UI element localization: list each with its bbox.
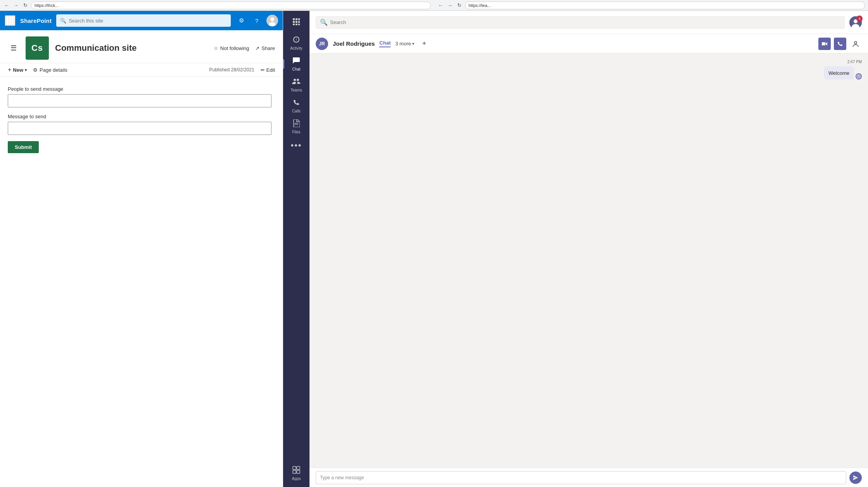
sp-help-icon[interactable]: ? bbox=[251, 15, 263, 26]
main-container: SharePoint 🔍 ⚙ ? ☰ Cs bbox=[0, 11, 868, 487]
back-btn-left[interactable]: ← bbox=[3, 2, 10, 9]
audio-call-button[interactable] bbox=[834, 38, 846, 50]
pencil-icon: ✏ bbox=[261, 67, 265, 73]
message-status bbox=[856, 73, 862, 79]
sidebar-item-chat[interactable]: Chat bbox=[283, 54, 310, 74]
teams-header-actions bbox=[818, 38, 862, 50]
address-bar-left[interactable]: https://thck... bbox=[31, 2, 431, 9]
sp-search-input[interactable] bbox=[69, 18, 227, 24]
apps-label: Apps bbox=[292, 477, 301, 481]
sp-site-actions: ☆ Not following ↗ Share bbox=[214, 45, 275, 51]
sp-logo-text: SharePoint bbox=[20, 17, 52, 24]
sp-message-input[interactable] bbox=[8, 122, 271, 135]
sp-people-label: People to send message bbox=[8, 86, 271, 92]
svg-rect-3 bbox=[7, 20, 9, 22]
sp-topbar: SharePoint 🔍 ⚙ ? bbox=[0, 11, 283, 30]
teams-main: 🔍 4 bbox=[310, 11, 868, 487]
sp-page-details-button[interactable]: ⚙ Page details bbox=[33, 67, 67, 73]
sidebar-item-more[interactable]: ••• bbox=[283, 137, 310, 154]
message-text: Welcome bbox=[828, 70, 849, 76]
gear-icon: ⚙ bbox=[33, 67, 38, 73]
chat-label: Chat bbox=[292, 67, 300, 71]
add-tab-button[interactable]: + bbox=[419, 38, 430, 49]
sp-waffle-icon[interactable] bbox=[5, 15, 16, 26]
more-icon: ••• bbox=[290, 140, 302, 150]
forward-btn-left[interactable]: → bbox=[12, 2, 19, 9]
sp-hamburger-icon[interactable]: ☰ bbox=[8, 42, 19, 54]
svg-rect-7 bbox=[9, 22, 11, 24]
teams-topbar: 🔍 4 bbox=[310, 11, 868, 34]
address-bar-right[interactable]: https://tea... bbox=[465, 2, 865, 9]
svg-rect-18 bbox=[293, 24, 295, 25]
message-group: 2:47 PM Welcome bbox=[824, 60, 862, 79]
sp-people-input[interactable] bbox=[8, 94, 271, 107]
sp-toolbar: + New ▾ ⚙ Page details Published 28/02/2… bbox=[0, 63, 283, 77]
chevron-down-icon: ▾ bbox=[25, 68, 27, 72]
sp-message-label: Message to send bbox=[8, 114, 271, 119]
notification-badge: 4 bbox=[856, 16, 863, 22]
sp-form-section: People to send message Message to send S… bbox=[8, 86, 271, 153]
chevron-down-icon: ▾ bbox=[412, 41, 414, 46]
sp-site-name: Communication site bbox=[55, 43, 137, 53]
svg-point-32 bbox=[854, 41, 857, 44]
sp-site-logo: Cs bbox=[26, 36, 49, 60]
sp-search-bar: 🔍 bbox=[56, 14, 231, 27]
people-icon-button[interactable] bbox=[849, 38, 862, 50]
svg-rect-8 bbox=[12, 22, 14, 24]
sidebar-item-teams[interactable]: Teams bbox=[283, 74, 310, 95]
svg-rect-12 bbox=[293, 18, 295, 20]
teams-icon bbox=[292, 78, 301, 87]
svg-rect-20 bbox=[298, 24, 300, 25]
url-right: https://tea... bbox=[469, 3, 491, 8]
svg-rect-28 bbox=[297, 470, 300, 473]
sidebar-item-apps[interactable]: Apps bbox=[283, 463, 310, 484]
teams-topbar-right: 4 bbox=[849, 16, 862, 29]
svg-point-21 bbox=[294, 79, 296, 81]
url-left: https://thck... bbox=[35, 3, 59, 8]
calls-label: Calls bbox=[292, 109, 301, 113]
reload-btn-left[interactable]: ↻ bbox=[22, 2, 29, 9]
video-call-button[interactable] bbox=[818, 38, 831, 50]
sp-new-button[interactable]: + New ▾ bbox=[8, 66, 27, 73]
svg-rect-15 bbox=[293, 21, 295, 23]
sidebar-item-activity[interactable]: Activity bbox=[283, 33, 310, 54]
teams-search-input[interactable] bbox=[330, 19, 840, 25]
sp-share-button[interactable]: ↗ Share bbox=[255, 45, 275, 51]
svg-rect-1 bbox=[9, 17, 11, 19]
teams-compose-area[interactable]: Type a new message bbox=[316, 471, 846, 484]
svg-rect-5 bbox=[12, 20, 14, 22]
more-tabs-button[interactable]: 3 more ▾ bbox=[395, 41, 414, 47]
activity-label: Activity bbox=[290, 46, 303, 50]
svg-point-22 bbox=[297, 79, 299, 81]
sp-edit-button[interactable]: ✏ Edit bbox=[261, 67, 275, 73]
message-time: 2:47 PM bbox=[847, 60, 862, 64]
svg-point-10 bbox=[270, 17, 274, 21]
sidebar-item-calls[interactable]: Calls bbox=[283, 95, 310, 116]
sp-follow-button[interactable]: ☆ Not following bbox=[214, 45, 249, 51]
browser-chrome: ← → ↻ https://thck... ← → ↻ https://tea.… bbox=[0, 0, 868, 11]
teams-waffle-icon[interactable] bbox=[289, 14, 304, 29]
teams-messages: 2:47 PM Welcome bbox=[310, 54, 868, 468]
sharepoint-panel: SharePoint 🔍 ⚙ ? ☰ Cs bbox=[0, 11, 283, 487]
sp-site-header: ☰ Cs Communication site ☆ Not following … bbox=[0, 30, 283, 63]
files-label: Files bbox=[292, 130, 300, 134]
sp-submit-button[interactable]: Submit bbox=[8, 141, 39, 153]
sp-settings-icon[interactable]: ⚙ bbox=[235, 15, 247, 26]
sp-topbar-icons: ⚙ ? bbox=[235, 15, 278, 26]
share-icon: ↗ bbox=[255, 45, 259, 51]
reload-btn-right[interactable]: ↻ bbox=[456, 2, 463, 9]
svg-rect-2 bbox=[12, 17, 14, 19]
forward-btn-right[interactable]: → bbox=[446, 2, 453, 9]
sidebar-item-files[interactable]: Files bbox=[283, 116, 310, 137]
chat-tab[interactable]: Chat bbox=[379, 40, 391, 47]
svg-rect-17 bbox=[298, 21, 300, 23]
teams-chat-header: JR Joel Rodrigues Chat 3 more ▾ + bbox=[310, 34, 868, 54]
teams-search-bar: 🔍 bbox=[316, 16, 845, 29]
teams-compose-bar: Type a new message bbox=[310, 468, 868, 487]
back-btn-right[interactable]: ← bbox=[437, 2, 444, 9]
sp-user-avatar[interactable] bbox=[266, 15, 278, 26]
teams-send-button[interactable] bbox=[849, 471, 862, 484]
sp-published-text: Published 28/02/2021 bbox=[209, 67, 254, 73]
svg-rect-16 bbox=[296, 21, 297, 23]
calls-icon bbox=[292, 98, 300, 108]
